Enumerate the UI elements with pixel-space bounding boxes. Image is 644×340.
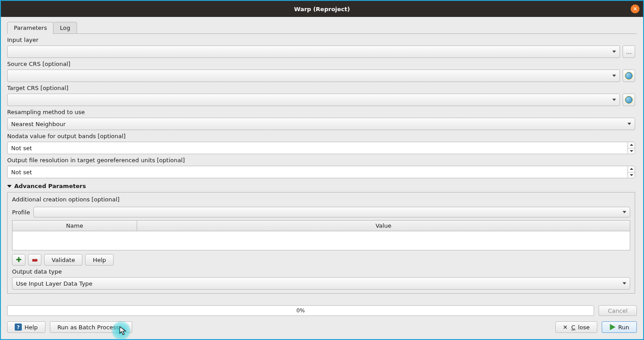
resolution-spin-arrows	[628, 166, 635, 178]
run-batch-label: Run as Batch Process…	[57, 324, 125, 331]
resampling-label: Resampling method to use	[7, 106, 635, 118]
resolution-spin[interactable]: Not set	[7, 166, 635, 178]
close-button[interactable]: ✕ Close	[555, 321, 597, 333]
output-type-value: Use Input Layer Data Type	[16, 280, 93, 287]
help-icon: ?	[15, 324, 22, 331]
globe-icon	[625, 72, 632, 79]
run-batch-button[interactable]: Run as Batch Process…	[50, 321, 133, 333]
window-title: Warp (Reproject)	[294, 6, 350, 12]
resolution-spin-down[interactable]	[628, 172, 635, 178]
close-window-button[interactable]: ✕	[631, 4, 640, 13]
minus-icon: ▬	[32, 256, 38, 264]
parameters-panel[interactable]: Input layer … Source CRS [optional] Targ…	[7, 34, 637, 303]
help-label: Help	[24, 324, 38, 331]
value-column-header[interactable]: Value	[137, 221, 630, 231]
target-crs-label: Target CRS [optional]	[7, 82, 635, 94]
remove-option-button[interactable]: ▬	[28, 254, 41, 266]
creation-options-header: Name Value	[12, 221, 630, 231]
additional-options-label: Additional creation options [optional]	[12, 196, 630, 205]
help-button[interactable]: ? Help	[7, 321, 45, 333]
output-type-label: Output data type	[12, 266, 630, 277]
close-icon: ✕	[563, 324, 568, 331]
validate-label: Validate	[52, 257, 75, 263]
tab-log[interactable]: Log	[53, 22, 77, 34]
target-crs-combo[interactable]	[7, 94, 620, 106]
advanced-parameters-body: Additional creation options [optional] P…	[7, 192, 635, 294]
run-label: Run	[618, 324, 629, 331]
close-label-rest: lose	[578, 324, 590, 331]
advanced-parameters-label: Advanced Parameters	[14, 183, 86, 189]
options-help-label: Help	[93, 257, 106, 263]
tab-parameters-label: Parameters	[14, 25, 47, 31]
creation-options-table: Name Value	[12, 220, 630, 250]
input-layer-browse-button[interactable]: …	[623, 45, 635, 58]
globe-icon	[625, 96, 632, 103]
window-titlebar: Warp (Reproject) ✕	[1, 1, 643, 17]
source-crs-label: Source CRS [optional]	[7, 58, 635, 70]
nodata-spin-down[interactable]	[628, 148, 635, 154]
close-icon: ✕	[633, 6, 637, 12]
cancel-label: Cancel	[608, 307, 628, 314]
tab-log-label: Log	[60, 25, 70, 31]
progress-text: 0%	[296, 307, 305, 314]
source-crs-combo[interactable]	[7, 70, 620, 82]
profile-combo[interactable]	[33, 207, 630, 217]
name-column-header[interactable]: Name	[12, 221, 137, 231]
creation-options-body[interactable]	[12, 231, 630, 250]
source-crs-select-button[interactable]	[623, 70, 635, 82]
profile-label: Profile	[12, 209, 30, 216]
nodata-spin[interactable]: Not set	[7, 142, 635, 154]
resolution-value: Not set	[11, 169, 32, 176]
nodata-spin-up[interactable]	[628, 142, 635, 148]
tabs-row: Parameters Log	[1, 17, 643, 33]
resolution-label: Output file resolution in target georefe…	[7, 154, 635, 166]
validate-button[interactable]: Validate	[44, 254, 82, 266]
resolution-spin-up[interactable]	[628, 166, 635, 172]
tab-parameters[interactable]: Parameters	[7, 22, 53, 34]
input-layer-combo[interactable]	[7, 45, 620, 58]
target-crs-select-button[interactable]	[623, 94, 635, 106]
nodata-label: Nodata value for output bands [optional]	[7, 130, 635, 142]
nodata-value: Not set	[11, 145, 32, 152]
input-layer-label: Input layer	[7, 34, 635, 45]
run-button[interactable]: Run	[602, 321, 637, 333]
add-option-button[interactable]: ✚	[12, 254, 25, 266]
dialog-footer: 0% Cancel ? Help Run as Batch Process… ✕…	[1, 305, 643, 339]
ellipsis-icon: …	[626, 49, 632, 55]
options-help-button[interactable]: Help	[85, 254, 114, 266]
chevron-down-icon	[7, 185, 12, 188]
progress-bar: 0%	[7, 305, 594, 316]
output-type-combo[interactable]: Use Input Layer Data Type	[12, 277, 630, 290]
plus-icon: ✚	[16, 256, 22, 264]
play-icon	[609, 324, 615, 330]
resampling-value: Nearest Neighbour	[11, 121, 65, 127]
advanced-parameters-toggle[interactable]: Advanced Parameters	[7, 178, 635, 192]
resampling-combo[interactable]: Nearest Neighbour	[7, 118, 635, 130]
nodata-spin-arrows	[628, 142, 635, 154]
dialog-content: Parameters Log Input layer … Source CRS …	[1, 17, 643, 339]
close-label-u: C	[571, 324, 575, 331]
cancel-button: Cancel	[599, 305, 637, 316]
